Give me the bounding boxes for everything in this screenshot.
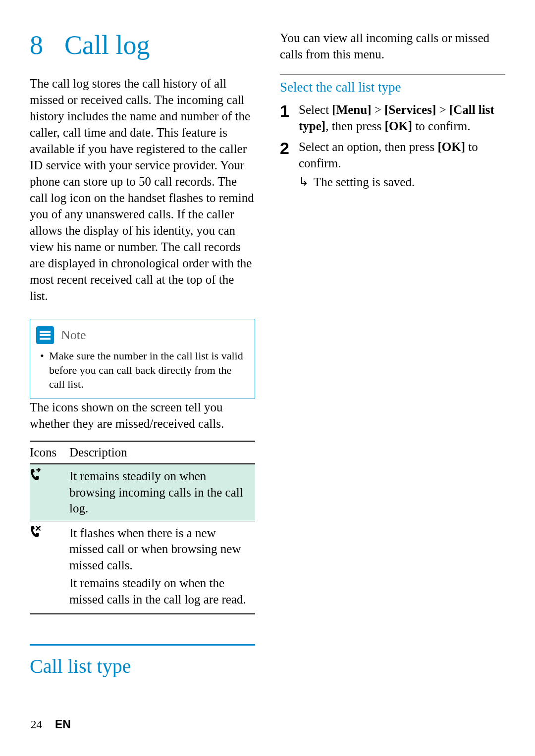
note-box: Note Make sure the number in the call li… <box>30 319 255 399</box>
section-intro: You can view all incoming calls or misse… <box>280 30 505 62</box>
language-code: EN <box>55 718 71 731</box>
subsection-heading: Select the call list type <box>280 74 505 95</box>
missed-call-icon <box>30 527 41 541</box>
note-item: Make sure the number in the call list is… <box>39 349 246 392</box>
step-item: Select [Menu] > [Services] > [Call list … <box>280 102 505 134</box>
result-text: The setting is saved. <box>299 174 505 191</box>
steps-list: Select [Menu] > [Services] > [Call list … <box>280 102 505 191</box>
page-number: 24 <box>31 718 42 731</box>
step-item: Select an option, then press [OK] to con… <box>280 139 505 191</box>
chapter-title: Call log <box>64 30 150 60</box>
td-description: It remains steadily on when browsing inc… <box>69 464 255 521</box>
page-footer: 24EN <box>31 718 71 731</box>
note-icon <box>36 326 54 344</box>
note-label: Note <box>61 328 86 343</box>
table-row: It flashes when there is a new missed ca… <box>30 521 255 614</box>
section-heading: Call list type <box>30 644 255 678</box>
icons-table: Icons Description It remains steadily on… <box>30 441 255 615</box>
intro-paragraph: The call log stores the call history of … <box>30 75 255 304</box>
td-description-p2: It remains steadily on when the missed c… <box>69 575 252 607</box>
icons-intro: The icons shown on the screen tell you w… <box>30 399 255 432</box>
td-description-p1: It flashes when there is a new missed ca… <box>69 525 252 574</box>
th-description: Description <box>69 441 255 464</box>
table-row: It remains steadily on when browsing inc… <box>30 464 255 521</box>
chapter-number: 8 <box>30 30 64 60</box>
chapter-heading: 8Call log <box>30 30 255 60</box>
incoming-call-icon <box>30 470 41 484</box>
th-icons: Icons <box>30 441 69 464</box>
